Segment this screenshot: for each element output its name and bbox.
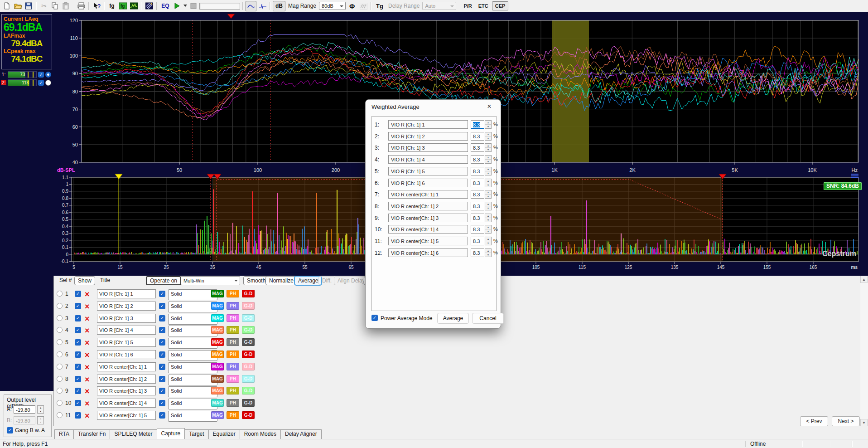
sweep-icon[interactable] [144,1,154,11]
group-delay-button[interactable]: G-D [242,326,255,334]
stop-button[interactable] [188,1,198,11]
line-style-select[interactable]: Solid [168,386,217,397]
output-a-spinner[interactable]: ▲▼ [37,405,44,414]
trace-show-checkbox[interactable] [75,388,81,394]
weight-row-name-field[interactable]: VIO R [Ch: 1] 5 [388,167,468,175]
scroll-down-icon[interactable]: ▼ [860,419,868,426]
weight-spinner[interactable]: ▲▼ [485,155,492,164]
weight-value-field[interactable]: 8.3 [471,167,484,175]
weight-row-name-field[interactable]: VIO R [Ch: 1] 1 [388,120,468,129]
weight-spinner[interactable]: ▲▼ [485,179,492,187]
trace-show-checkbox[interactable] [75,376,81,382]
trace-show-checkbox[interactable] [75,327,81,333]
phase-button[interactable]: PH [227,338,239,346]
mag-button[interactable]: MAG [211,411,224,419]
weight-value-field[interactable]: 8.3 [471,225,484,234]
group-delay-button[interactable]: G-D [242,351,255,358]
trace-show-checkbox[interactable] [75,400,81,406]
cut-icon[interactable]: ✂ [39,1,49,11]
mag-range-select[interactable]: 80dB [319,2,346,10]
trace-title-field[interactable]: VIO R center[Ch: 1] 3 [97,386,156,395]
trace-style-checkbox[interactable] [159,327,165,333]
line-style-select[interactable]: Solid [168,350,217,361]
group-delay-button[interactable]: G-D [242,314,255,322]
trace-style-checkbox[interactable] [159,376,165,382]
trace-title-field[interactable]: VIO R center[Ch: 1] 1 [97,362,156,371]
phase-button[interactable]: PH [227,399,239,407]
tab-target[interactable]: Target [184,429,208,439]
tab-equalizer[interactable]: Equalizer [208,429,240,439]
line-style-select[interactable]: Solid [168,411,217,422]
close-icon[interactable]: × [481,101,498,112]
delete-trace-icon[interactable]: × [85,325,90,336]
trace-select-radio[interactable] [57,351,63,357]
weight-value-field[interactable]: 8.3 [471,155,484,164]
delay-range-select[interactable]: Auto [422,2,456,10]
pr-button[interactable]: P/R [461,2,474,10]
trace-style-checkbox[interactable] [159,400,165,406]
weight-row-name-field[interactable]: VIO R [Ch: 1] 4 [388,155,468,164]
weight-spinner[interactable]: ▲▼ [485,214,492,222]
weight-spinner[interactable]: ▲▼ [485,190,492,199]
line-style-select[interactable]: Solid [168,338,217,349]
normalize-button[interactable]: Normalize [265,276,297,285]
weight-value-field[interactable]: 8.3 [471,214,484,222]
trace-style-checkbox[interactable] [159,412,165,419]
trace-style-checkbox[interactable] [159,291,165,297]
mag-button[interactable]: MAG [211,363,224,370]
group-delay-button[interactable]: G-D [242,290,255,297]
line-style-select[interactable]: Solid [168,289,217,300]
trace-style-checkbox[interactable] [159,388,165,394]
fg-green-generator-icon[interactable]: fg [118,1,128,11]
trace-title-field[interactable]: VIO R [Ch: 1] 6 [97,350,156,359]
cancel-button[interactable]: Cancel [472,313,504,324]
weight-row-name-field[interactable]: VIO R center[Ch: 1] 1 [388,190,468,199]
line-style-select[interactable]: Solid [168,375,217,385]
play-dropdown-icon[interactable] [183,1,188,11]
top-marker-handle[interactable] [227,14,235,19]
delete-trace-icon[interactable]: × [85,301,90,312]
group-delay-button[interactable]: G-D [242,302,255,310]
trace-select-radio[interactable] [57,376,63,382]
next-button[interactable]: Next > [832,416,860,426]
group-delay-button[interactable]: G-D [242,338,255,346]
average-button[interactable]: Average [294,276,322,285]
group-delay-button[interactable]: G-D [242,399,255,407]
mag-button[interactable]: MAG [211,399,224,407]
trace-title-field[interactable]: VIO R [Ch: 1] 4 [97,326,156,335]
phase-button[interactable]: PH [227,290,239,297]
delete-trace-icon[interactable]: × [85,398,90,409]
cep-button[interactable]: CEP [492,1,509,10]
phase-button[interactable]: PH [227,351,239,358]
trace-select-radio[interactable] [57,303,63,309]
weight-value-field[interactable]: 8.3 [471,132,484,141]
mag-button[interactable]: MAG [211,351,224,358]
open-folder-icon[interactable] [13,1,23,11]
show-button[interactable]: Show [74,276,95,285]
tab-capture[interactable]: Capture [157,428,185,439]
channel-1-radio[interactable] [45,72,51,78]
power-average-checkbox[interactable] [371,315,378,321]
weight-row-name-field[interactable]: VIO R center[Ch: 1] 6 [388,248,468,257]
channel-2-radio[interactable] [45,80,51,86]
fg-generator-icon[interactable]: fg [107,1,117,11]
channel-1-checkbox[interactable] [38,72,44,78]
trace-style-checkbox[interactable] [159,364,165,370]
print-icon[interactable] [76,1,86,11]
trace-show-checkbox[interactable] [75,364,81,370]
line-style-select[interactable]: Solid [168,314,217,325]
etc-button[interactable]: ETC [476,2,491,10]
channel-2-checkbox[interactable] [38,80,44,86]
trace-select-radio[interactable] [57,412,63,418]
group-delay-button[interactable]: G-D [242,375,255,383]
chart-grip-icon[interactable] [851,174,858,178]
impulse-view-button[interactable] [257,1,267,11]
diff-button[interactable]: Diff. [318,276,335,285]
trace-style-checkbox[interactable] [159,315,165,321]
group-delay-button[interactable]: G-D [242,411,255,419]
line-style-select[interactable]: Solid [168,362,217,373]
weight-spinner[interactable]: ▲▼ [485,237,492,245]
delete-trace-icon[interactable]: × [85,410,90,421]
trace-show-checkbox[interactable] [75,303,81,309]
paste-icon[interactable] [61,1,71,11]
